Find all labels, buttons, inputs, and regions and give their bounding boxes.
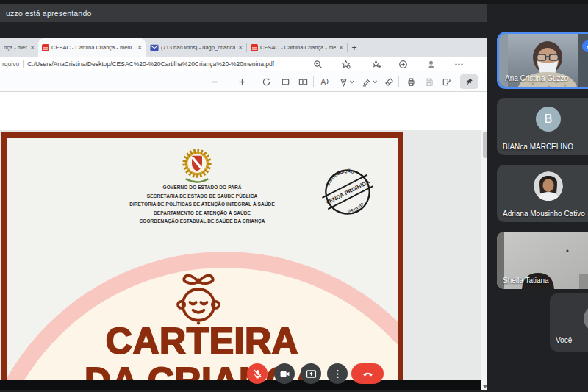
zoom-page-icon[interactable] [312,58,323,70]
erase-button[interactable] [382,75,395,88]
favorites-icon[interactable] [340,58,351,70]
browser-tab-strip: nça - meni ✕ CESAC - Cartilha Criança - … [0,38,487,57]
present-screen-button[interactable] [301,363,321,384]
browser-tab-2-active[interactable]: CESAC - Cartilha Criança - meni ✕ [38,38,146,57]
presenting-banner: uzzo está apresentando [0,4,487,22]
toolbar-separator [313,76,314,87]
file-scheme-label: rquivo [2,60,19,68]
address-bar[interactable]: rquivo C:/Users/AnaCristina/Desktop/CESA… [0,57,487,71]
girl-face-icon [171,268,226,327]
zoom-out-button[interactable] [208,75,221,88]
fit-to-page-button[interactable] [279,75,292,88]
camera-button[interactable] [274,363,295,384]
new-tab-button[interactable]: + [348,38,361,57]
present-screen-icon [306,368,317,379]
participant-initial-avatar: B [536,107,561,132]
browser-menu-icon[interactable] [453,58,465,70]
para-coat-of-arms-icon [180,147,214,185]
tab-close-icon[interactable]: ✕ [30,45,35,51]
highlight-dropdown-icon[interactable] [371,75,379,88]
pdf-scrollbar[interactable] [481,130,487,390]
tab-separator [347,43,348,52]
document-title-line1: CARTEIRA [7,320,398,363]
camera-icon [279,368,290,379]
address-icons-separator [365,60,365,68]
participant-tile-sheila[interactable]: Sheila Tatiana [497,232,588,289]
add-text-button[interactable] [440,75,453,88]
svg-text:A: A [321,78,326,86]
zoom-in-button[interactable] [235,75,248,88]
more-options-button[interactable] [327,363,348,384]
address-separator [23,60,24,68]
participant-name: Você [556,336,572,344]
shared-screen-bottom-bar [0,380,481,390]
pin-toolbar-button[interactable] [460,74,478,89]
pdf-scrollbar-thumb[interactable] [483,132,487,158]
page-view-button[interactable] [296,75,309,88]
tab-close-icon[interactable]: ✕ [339,45,343,51]
browser-tab-4[interactable]: CESAC - Cartilha Criança - meni ✕ [247,38,347,57]
hang-up-button[interactable] [351,363,384,384]
toolbar-separator [398,76,399,87]
tab-close-icon[interactable]: ✕ [137,45,142,51]
tab-separator [246,43,247,52]
tab-close-icon[interactable]: ✕ [238,45,243,51]
tab-separator [146,43,146,52]
mic-off-button[interactable] [247,363,268,384]
tab-title: CESAC - Cartilha Criança - meni [260,44,336,51]
tab-title: nça - meni [4,44,27,51]
svg-text:DISTRIBUIÇÃO: DISTRIBUIÇÃO [323,164,356,188]
pdf-document-page: GOVERNO DO ESTADO DO PARÁ SECRETARIA DE … [1,132,403,380]
pdf-content-area[interactable]: GOVERNO DO ESTADO DO PARÁ SECRETARIA DE … [0,130,487,380]
toolbar-separator [456,76,456,87]
mic-off-icon [252,368,263,379]
participant-name: BIANca MARCELINO [503,143,573,151]
more-options-icon [332,368,343,379]
profile-avatar-icon[interactable] [425,58,437,70]
save-button[interactable] [422,75,435,88]
participant-tile-bianca[interactable]: B BIANca MARCELINO [497,98,588,155]
participant-photo-avatar [534,171,563,201]
browser-tab-1[interactable]: nça - meni ✕ [0,38,38,57]
read-aloud-button[interactable]: A [318,75,331,88]
pdf-toolbar: A [0,71,487,92]
shared-browser-window: nça - meni ✕ CESAC - Cartilha Criança - … [0,38,487,342]
mail-icon [150,44,159,51]
collections-icon[interactable] [397,58,409,70]
participant-tile-self[interactable]: Você [550,293,588,352]
stamp-arc-top: DISTRIBUIÇÃO [323,164,356,188]
browser-tab-3[interactable]: (713 não lidos) - dagp_crianca@ ✕ [146,38,246,57]
draw-dropdown-icon[interactable] [348,75,356,88]
participant-tile-ana-cristina[interactable]: Ana Cristina Guzzo [497,32,588,89]
tab-title: CESAC - Cartilha Criança - meni [51,44,135,51]
tab-title: (713 não lidos) - dagp_crianca@ [161,44,235,51]
pdf-file-icon [251,44,258,51]
address-url[interactable]: C:/Users/AnaCristina/Desktop/CESAC%20-%2… [27,60,274,68]
participant-name: Adriana Mousinho Cativo [503,210,585,218]
pdf-file-icon [42,44,49,51]
participant-name: Ana Cristina Guzzo [505,74,568,82]
add-favorite-icon[interactable] [370,58,382,70]
participant-tile-adriana[interactable]: Adriana Mousinho Cativo [497,165,588,222]
print-button[interactable] [404,75,417,88]
participant-name: Sheila Tatiana [503,277,549,285]
self-avatar [584,305,588,332]
toolbar-separator [331,76,331,87]
rotate-button[interactable] [259,75,273,88]
hang-up-icon [362,368,374,380]
scrollbar-down-arrow-icon[interactable] [483,385,487,388]
presenting-banner-text: uzzo está apresentando [6,9,91,18]
